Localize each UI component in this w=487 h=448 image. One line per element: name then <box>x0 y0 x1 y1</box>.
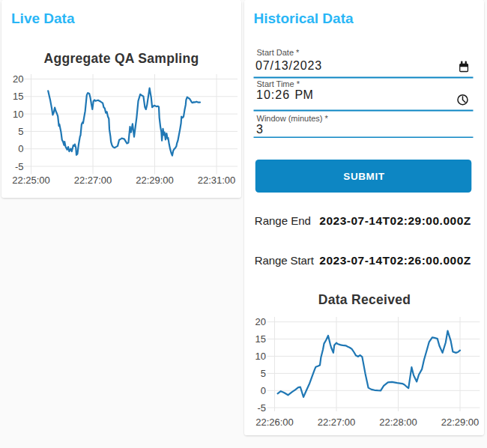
svg-text:22:27:00: 22:27:00 <box>318 417 356 428</box>
svg-text:20: 20 <box>13 73 23 85</box>
svg-text:22:25:00: 22:25:00 <box>12 175 50 186</box>
svg-text:5: 5 <box>18 126 23 137</box>
svg-text:2023-07-14T02:26:00.000Z: 2023-07-14T02:26:00.000Z <box>319 254 471 267</box>
svg-text:15: 15 <box>255 333 266 345</box>
svg-text:Aggregate QA Sampling: Aggregate QA Sampling <box>44 51 199 66</box>
svg-text:Range End: Range End <box>255 214 311 227</box>
svg-text:PM: PM <box>295 88 314 101</box>
svg-text:5: 5 <box>261 368 266 379</box>
svg-text:Start Date *: Start Date * <box>257 48 300 57</box>
svg-text:0: 0 <box>261 385 266 396</box>
svg-text:2023-07-14T02:29:00.000Z: 2023-07-14T02:29:00.000Z <box>319 214 471 227</box>
svg-text:3: 3 <box>256 123 263 136</box>
svg-text:Range Start: Range Start <box>255 254 315 267</box>
svg-text:-5: -5 <box>257 402 266 414</box>
svg-text:Window (minutes) *: Window (minutes) * <box>257 114 329 123</box>
svg-text:SUBMIT: SUBMIT <box>343 171 384 182</box>
svg-text:22:27:00: 22:27:00 <box>74 175 112 186</box>
svg-text:22:29:00: 22:29:00 <box>136 175 174 186</box>
svg-text:07/13/2023: 07/13/2023 <box>255 59 322 72</box>
svg-text:Historical Data: Historical Data <box>254 10 354 26</box>
svg-text:Data Received: Data Received <box>318 292 411 307</box>
svg-text:22:29:00: 22:29:00 <box>441 417 480 428</box>
svg-text:10:26: 10:26 <box>256 88 290 101</box>
svg-text:15: 15 <box>13 91 23 102</box>
svg-text:20: 20 <box>255 316 266 327</box>
svg-text:10: 10 <box>13 109 23 120</box>
svg-text:-5: -5 <box>15 161 24 172</box>
svg-text:22:28:00: 22:28:00 <box>379 417 417 428</box>
svg-text:22:26:00: 22:26:00 <box>255 417 294 428</box>
svg-text:Start Time *: Start Time * <box>257 79 300 88</box>
svg-text:22:31:00: 22:31:00 <box>198 175 236 186</box>
svg-text:0: 0 <box>18 143 23 154</box>
svg-text:Live Data: Live Data <box>11 10 75 26</box>
svg-text:10: 10 <box>255 351 266 362</box>
